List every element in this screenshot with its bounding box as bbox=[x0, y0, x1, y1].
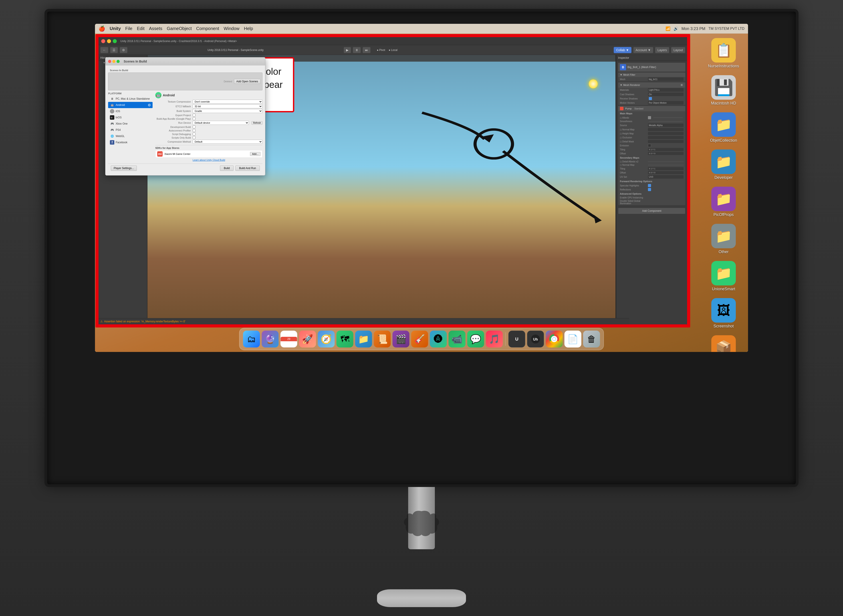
menubar-assets[interactable]: Assets bbox=[149, 26, 162, 31]
menubar-file[interactable]: File bbox=[125, 26, 132, 31]
mesh-filter-header[interactable]: ▼ Mesh Filter bbox=[618, 72, 685, 77]
sdk-add-button[interactable]: Add... bbox=[250, 152, 261, 156]
desktop-icon-unioesmart[interactable]: 📁 UnioneSmart bbox=[704, 261, 743, 292]
dock-appstore[interactable]: 🅐 bbox=[430, 331, 447, 348]
menubar-window[interactable]: Window bbox=[224, 26, 239, 31]
dock-facetime[interactable]: 📹 bbox=[449, 331, 466, 348]
add-open-scenes-button[interactable]: Add Open Scenes bbox=[234, 79, 261, 84]
dialog-minimize[interactable] bbox=[112, 60, 116, 63]
dock-chrome[interactable] bbox=[546, 331, 563, 348]
platform-item-ps4[interactable]: 🎮 PS4 bbox=[108, 127, 152, 133]
development-build-checkbox[interactable] bbox=[193, 125, 195, 128]
android-settings-icon[interactable]: ⚙ bbox=[148, 103, 151, 107]
texture-compression-select[interactable]: Don't override bbox=[193, 100, 262, 104]
mesh-renderer-header[interactable]: ▼ Mesh Renderer ⚙ bbox=[618, 82, 685, 88]
secondary-offset-value[interactable]: X 0 Y 0 bbox=[648, 171, 683, 174]
platform-item-android[interactable]: 🤖 Android ⚙ bbox=[108, 102, 152, 108]
dock-maps[interactable]: 🗺 bbox=[337, 331, 353, 348]
compression-select[interactable]: Default bbox=[193, 140, 262, 144]
albedo-slider[interactable] bbox=[653, 117, 683, 118]
platform-item-pc[interactable]: 🖥 PC, Mac & Linux Standalone bbox=[108, 96, 152, 102]
account-button[interactable]: Account ▼ bbox=[633, 47, 653, 53]
metallic-source-value[interactable]: Metallic Alpha bbox=[648, 123, 683, 127]
script-debug-checkbox[interactable] bbox=[193, 133, 195, 135]
dock-launchpad[interactable]: 🚀 bbox=[299, 331, 316, 348]
dock-unityhub[interactable]: Uh bbox=[527, 331, 544, 348]
build-app-bundle-checkbox[interactable] bbox=[193, 117, 195, 120]
dock-finder[interactable]: 🗂 bbox=[243, 331, 260, 348]
desktop-icon-objetcollection[interactable]: 📁 ObjetCollection bbox=[704, 112, 743, 143]
reflections-checkbox[interactable] bbox=[648, 188, 651, 191]
menubar-gameobject[interactable]: GameObject bbox=[167, 26, 192, 31]
desktop-icon-picofprops[interactable]: 📁 PicOfProps bbox=[704, 187, 743, 217]
dock-garageband[interactable]: 🎸 bbox=[411, 331, 428, 348]
close-button[interactable] bbox=[101, 39, 105, 43]
etc2-select[interactable]: 32-bit bbox=[193, 104, 262, 109]
dock-siri[interactable]: 🔮 bbox=[262, 331, 279, 348]
cast-shadows-value[interactable]: On bbox=[648, 92, 683, 96]
menubar-edit[interactable]: Edit bbox=[137, 26, 144, 31]
specular-checkbox[interactable] bbox=[648, 184, 651, 187]
cloud-build-link[interactable]: Learn about Unity Cloud Build bbox=[155, 158, 262, 161]
mesh-value[interactable]: big_br11 bbox=[648, 78, 683, 81]
layers-button[interactable]: Layers bbox=[655, 47, 669, 53]
platform-item-xbox[interactable]: 🎮 Xbox One bbox=[108, 120, 152, 127]
dock-files[interactable]: 📁 bbox=[355, 331, 372, 348]
material-color-swatch[interactable] bbox=[620, 107, 623, 110]
toolbar-menu-btn[interactable]: ☰ bbox=[110, 47, 118, 53]
dock-imovie[interactable]: 🎬 bbox=[393, 331, 409, 348]
minimize-button[interactable] bbox=[107, 39, 111, 43]
scripts-only-checkbox[interactable] bbox=[193, 136, 195, 139]
mesh-renderer-settings[interactable]: ⚙ bbox=[680, 83, 683, 87]
desktop-icon-unitypackages[interactable]: 📦 UnityPackages bbox=[704, 335, 743, 352]
uv-set-value[interactable]: UV0 bbox=[648, 175, 683, 179]
occlusion-value[interactable] bbox=[648, 136, 683, 139]
menubar-help[interactable]: Help bbox=[244, 26, 253, 31]
dialog-maximize[interactable] bbox=[117, 60, 120, 63]
smoothness-slider[interactable] bbox=[649, 121, 683, 122]
detail-mask-value[interactable] bbox=[648, 140, 683, 143]
pause-button[interactable]: ⏸ bbox=[353, 47, 361, 53]
dock-trash[interactable]: 🗑 bbox=[583, 331, 600, 348]
autoconnect-checkbox[interactable] bbox=[193, 129, 195, 132]
desktop-icon-developer[interactable]: 📁 Developer bbox=[704, 150, 743, 180]
platform-item-tvos[interactable]: tv tvOS bbox=[108, 114, 152, 120]
menubar-unity[interactable]: Unity bbox=[110, 26, 121, 31]
desktop-icon-nurseinstructions[interactable]: 📋 NurseInstructions bbox=[704, 38, 743, 69]
dock-docs[interactable]: 📄 bbox=[564, 331, 581, 348]
albedo-swatch[interactable] bbox=[648, 116, 651, 119]
build-system-select[interactable]: Gradle bbox=[193, 109, 262, 113]
dock-music[interactable]: 🎵 bbox=[486, 331, 503, 348]
motion-vectors-value[interactable]: Per Object Motion bbox=[648, 101, 683, 104]
refresh-button[interactable]: Refresh bbox=[252, 121, 262, 125]
step-button[interactable]: ⏭ bbox=[362, 47, 371, 53]
normal-map-value[interactable] bbox=[648, 128, 683, 131]
tiling-value[interactable]: X 1 Y 1 bbox=[648, 148, 683, 151]
emission-checkbox[interactable] bbox=[648, 144, 651, 147]
menubar-component[interactable]: Component bbox=[196, 26, 219, 31]
desktop-icon-macintoshhd[interactable]: 💾 Macintosh HD bbox=[704, 75, 743, 106]
platform-item-facebook[interactable]: f Facebook bbox=[108, 139, 152, 145]
receive-shadows-checkbox[interactable] bbox=[649, 97, 652, 100]
dock-scroll[interactable]: 📜 bbox=[374, 331, 391, 348]
build-button[interactable]: Build bbox=[220, 166, 233, 171]
offset-value[interactable]: X 0 Y 0 bbox=[648, 152, 683, 155]
dock-calendar[interactable]: 29 bbox=[280, 331, 298, 348]
collab-button[interactable]: Collab ▼ bbox=[614, 47, 631, 53]
dock-messages[interactable]: 💬 bbox=[467, 331, 484, 348]
toolbar-settings-btn[interactable]: ⚙ bbox=[120, 47, 128, 53]
material-header[interactable]: Pump Standard bbox=[618, 106, 685, 111]
height-map-value[interactable] bbox=[648, 132, 683, 135]
apple-menu-icon[interactable]: 🍎 bbox=[98, 26, 105, 32]
play-button[interactable]: ▶ bbox=[344, 47, 351, 53]
layout-button[interactable]: Layout bbox=[671, 47, 685, 53]
dock-safari[interactable]: 🧭 bbox=[318, 331, 335, 348]
dock-unity[interactable]: U bbox=[509, 331, 525, 348]
secondary-normal-slider[interactable] bbox=[648, 165, 683, 165]
desktop-icon-other[interactable]: 📁 Other bbox=[704, 224, 743, 254]
dialog-close[interactable] bbox=[108, 60, 111, 63]
secondary-tiling-value[interactable]: X 1 Y 1 bbox=[648, 167, 683, 170]
maximize-button[interactable] bbox=[113, 39, 117, 43]
platform-item-webgl[interactable]: 🌐 WebGL bbox=[108, 133, 152, 139]
add-component-button[interactable]: Add Component bbox=[618, 208, 685, 214]
